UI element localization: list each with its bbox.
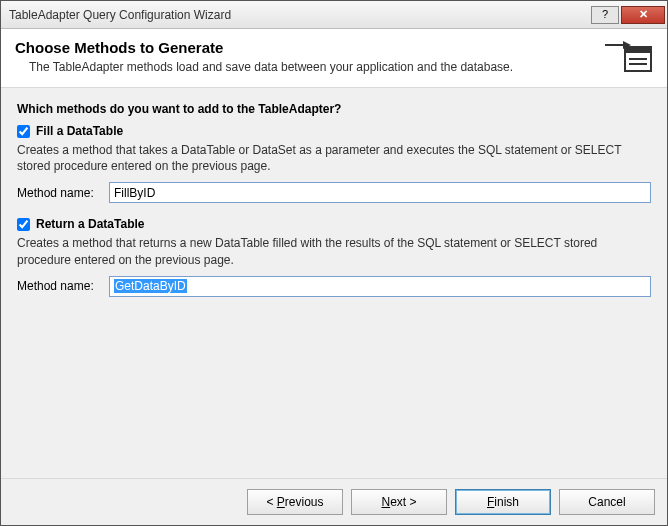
return-description: Creates a method that returns a new Data…	[17, 235, 651, 267]
fill-checkbox[interactable]	[17, 125, 30, 138]
fill-name-label: Method name:	[17, 186, 109, 200]
wizard-footer: < Previous Next > Finish Cancel	[1, 478, 667, 525]
help-button[interactable]: ?	[591, 6, 619, 24]
return-label[interactable]: Return a DataTable	[36, 217, 144, 231]
page-title: Choose Methods to Generate	[15, 39, 605, 56]
page-subtitle: The TableAdapter methods load and save d…	[29, 60, 605, 74]
return-checkbox[interactable]	[17, 218, 30, 231]
return-name-input[interactable]: GetDataByID	[109, 276, 651, 297]
prompt-text: Which methods do you want to add to the …	[17, 102, 651, 116]
wizard-icon	[605, 39, 653, 75]
fill-name-input[interactable]	[109, 182, 651, 203]
cancel-button[interactable]: Cancel	[559, 489, 655, 515]
fill-description: Creates a method that takes a DataTable …	[17, 142, 651, 174]
svg-rect-3	[625, 47, 651, 53]
return-name-label: Method name:	[17, 279, 109, 293]
window-title: TableAdapter Query Configuration Wizard	[9, 8, 589, 22]
fill-label[interactable]: Fill a DataTable	[36, 124, 123, 138]
previous-button[interactable]: < Previous	[247, 489, 343, 515]
next-button[interactable]: Next >	[351, 489, 447, 515]
finish-button[interactable]: Finish	[455, 489, 551, 515]
wizard-content: Which methods do you want to add to the …	[1, 88, 667, 478]
close-button[interactable]: ✕	[621, 6, 665, 24]
wizard-header: Choose Methods to Generate The TableAdap…	[1, 29, 667, 88]
title-bar: TableAdapter Query Configuration Wizard …	[1, 1, 667, 29]
